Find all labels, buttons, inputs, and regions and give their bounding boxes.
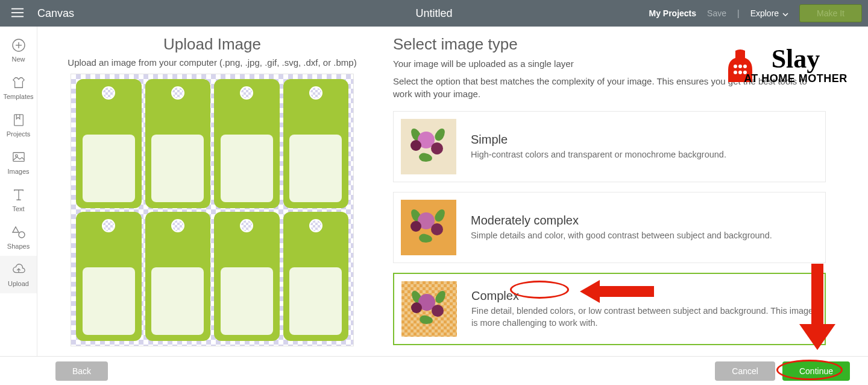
option-desc: Fine detail, blended colors, or low cont… [471, 305, 817, 329]
preview-tag [214, 212, 280, 341]
save-link[interactable]: Save [707, 8, 726, 18]
upload-hint: Upload an image from your computer (.png… [55, 57, 369, 68]
select-sub-line1: Your image will be uploaded as a single … [393, 59, 826, 69]
option-desc: Simple details and color, with good cont… [471, 230, 772, 242]
topbar-divider: | [737, 8, 740, 18]
text-icon [11, 187, 27, 203]
sidebar-item-templates[interactable]: Templates [0, 69, 37, 106]
make-it-button[interactable]: Make It [799, 4, 862, 22]
sidebar-item-label: Projects [7, 130, 31, 138]
flower-icon [410, 132, 447, 162]
explore-label: Explore [750, 8, 779, 18]
sidebar-item-images[interactable]: Images [0, 144, 37, 181]
svg-marker-9 [13, 227, 19, 232]
preview-tag [214, 79, 280, 208]
select-sub-line2: Select the option that best matches the … [393, 75, 826, 100]
sidebar-item-new[interactable]: New [0, 31, 37, 69]
plus-circle-icon [11, 37, 27, 53]
shirt-icon [11, 75, 27, 91]
flower-icon [410, 212, 447, 243]
my-projects-link[interactable]: My Projects [649, 8, 696, 18]
option-thumb-moderate [401, 200, 456, 255]
sidebar-item-label: Templates [3, 93, 33, 100]
sidebar-item-label: Shapes [7, 243, 30, 250]
hamburger-icon [11, 7, 24, 20]
make-it-label: Make It [817, 8, 844, 18]
image-icon [11, 150, 27, 165]
menu-button[interactable] [6, 2, 29, 25]
preview-tag [145, 79, 211, 208]
explore-dropdown[interactable]: Explore [750, 8, 788, 18]
cancel-button[interactable]: Cancel [715, 361, 775, 381]
sidebar-item-label: Text [12, 205, 24, 212]
upload-image-panel: Upload Image Upload an image from your c… [55, 35, 369, 356]
option-title: Moderately complex [471, 214, 772, 228]
preview-tag [283, 212, 349, 341]
flower-icon [411, 294, 447, 324]
svg-point-10 [19, 232, 25, 238]
back-button[interactable]: Back [55, 361, 108, 381]
option-simple[interactable]: Simple High-contrast colors and transpar… [393, 111, 826, 182]
continue-button[interactable]: Continue [782, 361, 850, 381]
bookmark-page-icon [11, 112, 27, 128]
preview-tag [76, 79, 142, 208]
svg-point-8 [15, 154, 17, 157]
select-image-type-panel: Select image type Your image will be upl… [393, 35, 850, 356]
preview-tag [76, 212, 142, 341]
upload-cloud-icon [11, 262, 27, 278]
sidebar-item-upload[interactable]: Upload [0, 256, 37, 293]
option-title: Simple [471, 133, 726, 147]
option-complex[interactable]: Complex Fine detail, blended colors, or … [393, 273, 826, 345]
sidebar-item-label: Images [7, 168, 29, 175]
svg-rect-6 [14, 115, 23, 126]
shapes-icon [11, 224, 27, 240]
sidebar-item-shapes[interactable]: Shapes [0, 218, 37, 256]
option-moderate[interactable]: Moderately complex Simple details and co… [393, 192, 826, 263]
option-thumb-complex [401, 281, 457, 337]
upload-heading: Upload Image [55, 35, 369, 54]
sidebar-item-text[interactable]: Text [0, 181, 37, 218]
sidebar-item-label: New [11, 56, 25, 63]
top-bar: Canvas Untitled My Projects Save | Explo… [0, 0, 868, 27]
option-title: Complex [471, 289, 817, 303]
preview-tag [145, 212, 211, 341]
bottom-bar: Back Cancel Continue [0, 356, 868, 385]
preview-tag [283, 79, 349, 208]
document-title[interactable]: Untitled [415, 7, 452, 20]
sidebar-item-label: Upload [8, 280, 29, 287]
select-heading: Select image type [393, 35, 826, 54]
option-thumb-simple [401, 119, 456, 174]
option-desc: High-contrast colors and transparent or … [471, 149, 726, 161]
svg-rect-7 [13, 153, 24, 162]
image-preview [71, 74, 354, 346]
chevron-down-icon [782, 8, 788, 18]
left-sidebar: New Templates Projects Images Text Shape… [0, 27, 37, 356]
canvas-label[interactable]: Canvas [37, 7, 74, 20]
sidebar-item-projects[interactable]: Projects [0, 106, 37, 144]
